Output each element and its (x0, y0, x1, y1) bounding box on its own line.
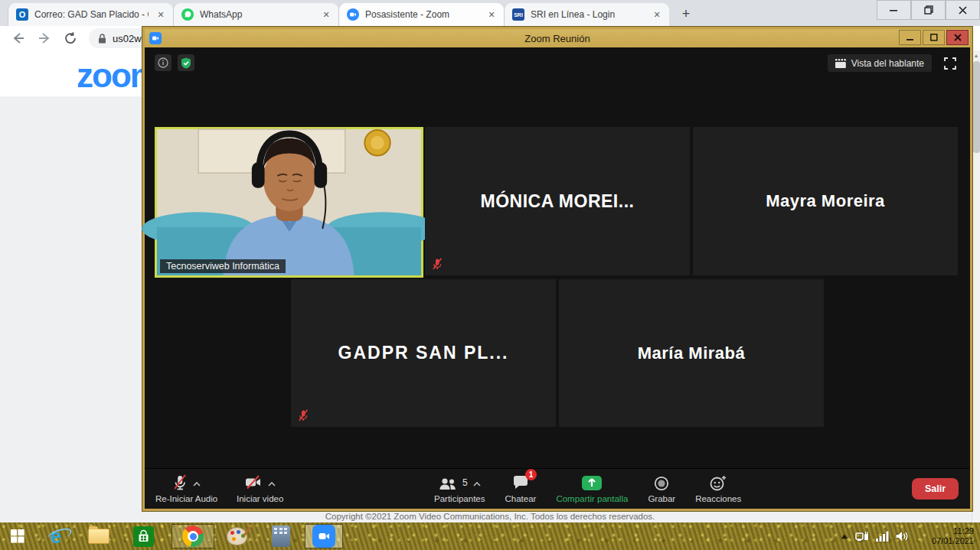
tab-close-icon[interactable]: ✕ (651, 8, 663, 21)
fullscreen-icon[interactable] (944, 57, 956, 70)
tab-title: SRI en Línea - Login (531, 9, 645, 20)
muted-mic-icon (432, 258, 443, 270)
paint-icon[interactable] (224, 526, 250, 547)
participants-label: Participantes (434, 494, 485, 503)
zoom-taskbar-icon[interactable] (311, 526, 337, 547)
muted-mic-icon (298, 409, 309, 421)
network-icon[interactable] (855, 531, 869, 542)
share-screen-icon (581, 475, 603, 491)
audio-button-label: Re-Iniciar Audio (155, 494, 217, 503)
video-button-label: Iniciar video (237, 494, 283, 503)
participant-name: María Mirabá (638, 343, 746, 363)
zoom-maximize-button[interactable] (923, 30, 945, 45)
tab-close-icon[interactable]: ✕ (320, 8, 332, 21)
tab-close-icon[interactable]: ✕ (485, 8, 498, 21)
scrollbar-thumb[interactable] (973, 61, 980, 153)
participant-name: GADPR SAN PL... (338, 343, 509, 363)
reload-icon[interactable] (63, 31, 78, 46)
participants-icon (439, 477, 457, 491)
record-icon (654, 476, 669, 491)
tab-whatsapp[interactable]: WhatsApp ✕ (173, 3, 338, 26)
sri-icon: SRI (512, 8, 524, 21)
record-button[interactable]: Grabar (648, 474, 675, 503)
browser-tab-strip: O Correo: GAD San Placido - Outlo ✕ What… (0, 0, 980, 26)
audio-button[interactable]: Re-Iniciar Audio (155, 474, 217, 503)
calculator-icon[interactable] (268, 526, 294, 547)
video-button[interactable]: Iniciar video (237, 474, 283, 503)
reactions-button[interactable]: Reacciones (695, 474, 741, 503)
zoom-close-button[interactable] (946, 30, 969, 45)
zoom-minimize-button[interactable] (899, 30, 921, 45)
whatsapp-icon (181, 8, 194, 21)
tray-time: 11:29 (916, 526, 974, 536)
shield-check-icon (181, 57, 191, 69)
zoom-title-bar[interactable]: Zoom Reunión (145, 29, 970, 47)
mic-muted-icon (172, 474, 188, 491)
tray-date: 07/01/2021 (916, 536, 974, 546)
tab-close-icon[interactable]: ✕ (155, 8, 167, 21)
tray-expand-icon[interactable] (841, 534, 848, 539)
browser-restore-button[interactable] (911, 0, 946, 20)
webcam-video (157, 129, 421, 275)
tab-zoom[interactable]: Posasistente - Zoom ✕ (338, 3, 504, 26)
file-explorer-icon[interactable] (86, 526, 112, 547)
windows-logo-icon (11, 529, 24, 543)
tab-sri[interactable]: SRI SRI en Línea - Login ✕ (504, 3, 669, 26)
window-title: Zoom Reunión (145, 33, 970, 44)
zoom-icon (347, 8, 359, 21)
chat-label: Chatear (505, 494, 536, 503)
tab-outlook[interactable]: O Correo: GAD San Placido - Outlo ✕ (8, 3, 173, 26)
signal-bars-icon[interactable] (876, 531, 889, 542)
page-footer-copyright: Copyright ©2021 Zoom Video Communication… (0, 512, 980, 521)
share-screen-button[interactable]: Compartir pantalla (556, 474, 628, 503)
participants-caret-icon[interactable] (473, 482, 481, 487)
browser-minimize-button[interactable] (877, 0, 911, 20)
meeting-toolbar: Re-Iniciar Audio Iniciar video 5 Partici… (145, 468, 970, 509)
camera-muted-icon (244, 474, 263, 491)
scrollbar-up-icon[interactable]: ▲ (972, 50, 980, 60)
microsoft-store-icon[interactable] (130, 526, 156, 547)
meeting-info-button[interactable] (155, 54, 172, 71)
video-tile-tecnoserviweb[interactable]: Tecnoserviweb Informática (155, 127, 423, 278)
participants-count: 5 (462, 477, 468, 488)
tab-title: WhatsApp (200, 9, 314, 20)
chat-button[interactable]: 1 Chatear (505, 474, 536, 503)
browser-close-button[interactable] (946, 0, 980, 20)
share-screen-label: Compartir pantalla (556, 494, 628, 503)
participant-name: MÓNICA MOREI... (481, 191, 635, 212)
speaker-view-label: Vista del hablante (851, 58, 924, 69)
outlook-icon: O (16, 8, 28, 21)
new-tab-button[interactable]: + (675, 4, 697, 25)
meeting-area: Vista del hablante (145, 47, 970, 509)
reactions-icon (710, 475, 727, 491)
tile-gadpr-san-placido[interactable]: GADPR SAN PL... (291, 279, 556, 427)
browser-scrollbar[interactable]: ▲ (972, 50, 980, 522)
internet-explorer-icon[interactable]: e (43, 526, 69, 547)
participant-name: Mayra Moreira (766, 191, 885, 211)
zoom-meeting-window: Zoom Reunión Vista del hablante (142, 27, 972, 511)
forward-icon[interactable] (37, 31, 52, 46)
record-label: Grabar (648, 494, 675, 503)
audio-options-caret-icon[interactable] (193, 482, 201, 487)
chrome-taskbar-icon[interactable] (180, 526, 206, 547)
participant-name-label: Tecnoserviweb Informática (160, 259, 286, 273)
tab-title: Posasistente - Zoom (365, 9, 479, 20)
tile-mayra-moreira[interactable]: Mayra Moreira (693, 127, 958, 275)
meeting-encryption-button[interactable] (178, 54, 194, 71)
reactions-label: Reacciones (695, 494, 741, 503)
participants-button[interactable]: 5 Participantes (434, 474, 485, 503)
volume-icon[interactable] (896, 531, 909, 542)
video-options-caret-icon[interactable] (268, 482, 276, 487)
view-grid-icon (835, 59, 846, 68)
start-button[interactable] (5, 526, 31, 547)
speaker-view-button[interactable]: Vista del hablante (828, 54, 932, 72)
windows-taskbar: e (0, 522, 980, 550)
leave-meeting-button[interactable]: Salir (912, 478, 959, 500)
info-icon (158, 57, 168, 68)
tray-clock[interactable]: 11:29 07/01/2021 (916, 526, 974, 546)
tile-monica-moreira[interactable]: MÓNICA MOREI... (425, 127, 690, 275)
lock-icon (98, 34, 106, 44)
back-icon[interactable] (11, 31, 26, 46)
tile-maria-miraba[interactable]: María Mirabá (559, 279, 824, 427)
tab-title: Correo: GAD San Placido - Outlo (34, 9, 149, 20)
